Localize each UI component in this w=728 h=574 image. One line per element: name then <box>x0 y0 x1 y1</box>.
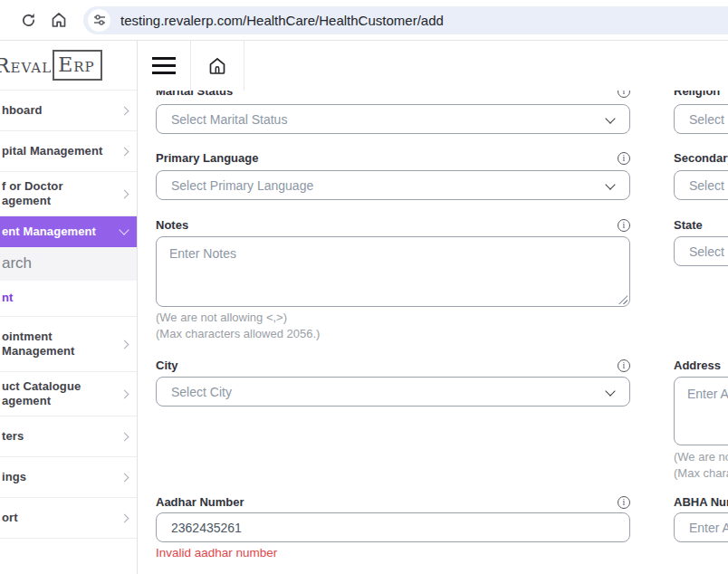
abha-input[interactable] <box>674 512 728 542</box>
marital-status-label: Marital Status <box>156 91 233 98</box>
site-settings-icon[interactable] <box>88 9 110 32</box>
chevron-right-icon <box>120 513 129 522</box>
sidebar-item-staff-or-doctor-management[interactable]: f or Doctor agement <box>0 172 137 216</box>
sidebar-item-masters[interactable]: ters <box>0 416 137 457</box>
aadhar-input[interactable] <box>156 512 630 542</box>
reload-icon <box>20 12 37 29</box>
abha-label: ABHA Num <box>674 495 728 509</box>
sidebar-item-product-catalogue-management[interactable]: uct Catalogue agement <box>0 372 137 416</box>
sidebar-item-appointment-management[interactable]: ointment Management <box>0 317 137 372</box>
home-icon <box>50 11 68 29</box>
chevron-down-icon <box>605 179 615 189</box>
info-icon[interactable]: i <box>618 359 630 372</box>
city-label: City <box>156 359 178 372</box>
chevron-down-icon <box>119 225 129 234</box>
chevron-right-icon <box>120 432 129 441</box>
address-help-1: (We are not <box>674 449 728 465</box>
notes-label: Notes <box>156 218 188 232</box>
browser-home-button[interactable] <box>43 5 74 35</box>
app-home-button[interactable] <box>191 41 244 91</box>
sidebar-item-patient-management[interactable]: ent Management <box>0 216 137 247</box>
sidebar-item-report[interactable]: ort <box>0 498 137 539</box>
url-text: testing.revalerp.com/HealthCare/HealthCu… <box>120 13 444 28</box>
logo-text-erp: Erp <box>53 50 101 81</box>
address-bar[interactable]: testing.revalerp.com/HealthCare/HealthCu… <box>83 6 728 34</box>
chevron-right-icon <box>120 389 129 398</box>
home-icon <box>206 55 228 77</box>
patient-add-form: Marital Status i Select Marital Status P… <box>138 91 728 574</box>
marital-status-select[interactable]: Select Marital Status <box>156 104 630 134</box>
sidebar-nav: hboard pital Management f or Doctor agem… <box>0 90 137 539</box>
tune-icon <box>93 14 106 26</box>
aadhar-label: Aadhar Number <box>156 495 244 509</box>
notes-help-1: (We are not allowing <,>) <box>156 310 630 326</box>
info-icon[interactable]: i <box>618 219 630 232</box>
aadhar-error: Invalid aadhar number <box>156 546 630 560</box>
sidebar-search-input[interactable]: arch <box>0 247 137 281</box>
chevron-right-icon <box>120 189 129 198</box>
address-textarea[interactable] <box>675 378 728 445</box>
reload-button[interactable] <box>13 5 43 35</box>
notes-textarea[interactable] <box>157 237 629 306</box>
sidebar-item-patient[interactable]: nt <box>0 281 137 317</box>
logo-text-reval: Reval <box>0 54 52 77</box>
app-header <box>138 41 728 91</box>
address-textarea-wrap <box>674 377 728 445</box>
notes-textarea-wrap <box>156 236 630 307</box>
chevron-right-icon <box>120 147 129 156</box>
secondary-language-select[interactable]: Select S <box>674 170 728 200</box>
info-icon[interactable]: i <box>618 496 630 509</box>
app-logo[interactable]: RevalErp <box>0 41 137 90</box>
menu-toggle-button[interactable] <box>138 41 191 91</box>
info-icon[interactable]: i <box>618 152 630 165</box>
sidebar: RevalErp hboard pital Management f or Do… <box>0 41 138 574</box>
primary-language-select[interactable]: Select Primary Language <box>156 170 630 200</box>
sidebar-item-dashboard[interactable]: hboard <box>0 91 137 131</box>
browser-toolbar: testing.revalerp.com/HealthCare/HealthCu… <box>0 0 728 41</box>
hamburger-icon <box>152 57 176 74</box>
chevron-right-icon <box>120 340 129 349</box>
info-icon[interactable]: i <box>618 91 630 98</box>
state-label: State <box>674 218 703 232</box>
primary-language-label: Primary Language <box>156 151 258 165</box>
chevron-down-icon <box>605 113 615 123</box>
religion-label: Religion <box>674 91 720 98</box>
chevron-down-icon <box>605 386 615 396</box>
notes-help-2: (Max characters allowed 2056.) <box>156 326 630 342</box>
address-help-2: (Max chara <box>674 465 728 482</box>
state-select[interactable]: Select S <box>674 236 728 266</box>
sidebar-item-settings[interactable]: ings <box>0 457 137 498</box>
address-label: Address <box>674 359 721 372</box>
religion-select[interactable]: Select R <box>674 104 728 134</box>
chevron-right-icon <box>120 106 129 115</box>
city-select[interactable]: Select City <box>156 377 630 407</box>
secondary-language-label: Secondary <box>674 151 728 165</box>
sidebar-item-hospital-management[interactable]: pital Management <box>0 131 137 172</box>
chevron-right-icon <box>120 473 129 482</box>
main-content: Marital Status i Select Marital Status P… <box>138 41 728 574</box>
